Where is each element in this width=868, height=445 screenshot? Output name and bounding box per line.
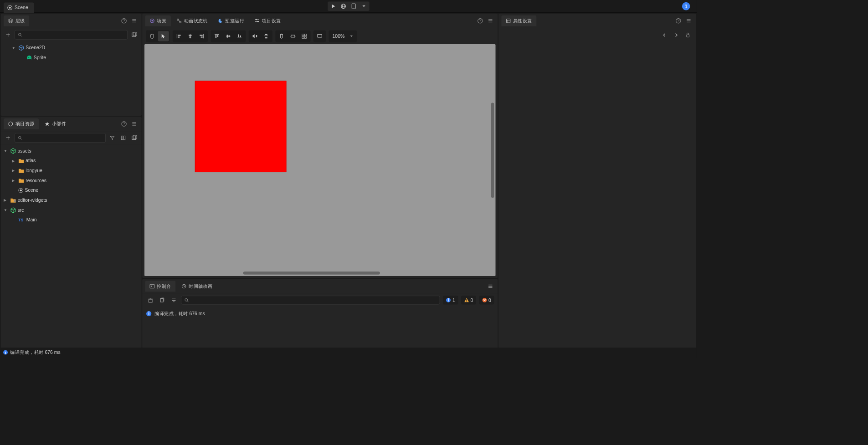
align-left[interactable] <box>173 31 184 41</box>
svg-rect-76 <box>302 34 304 36</box>
error-count[interactable]: 0 <box>479 296 494 304</box>
grid-tool[interactable] <box>299 31 310 41</box>
assets-tab-label: 项目资源 <box>15 121 35 127</box>
search-icon <box>18 32 22 37</box>
dropdown-button[interactable] <box>359 2 369 10</box>
align-top[interactable] <box>211 31 222 41</box>
nav-forward[interactable] <box>672 31 680 39</box>
search-icon <box>18 135 22 140</box>
menu-icon[interactable] <box>130 119 139 128</box>
lock-button[interactable] <box>683 31 692 39</box>
assets-search-input[interactable] <box>25 135 103 141</box>
log-line[interactable]: i 编译完成，耗时 676 ms <box>146 309 494 318</box>
scene-tab[interactable]: 场景 <box>145 15 171 26</box>
hierarchy-search[interactable] <box>15 30 128 40</box>
hierarchy-tab[interactable]: 层级 <box>4 15 29 26</box>
copy-button[interactable] <box>158 296 166 304</box>
help-icon[interactable]: ? <box>119 119 128 128</box>
zoom-control[interactable]: 100% <box>329 31 357 42</box>
svg-rect-30 <box>123 136 125 139</box>
cursor-tools <box>146 31 169 42</box>
widgets-tab[interactable]: 小部件 <box>40 118 71 129</box>
tree-item[interactable]: ▼assets <box>1 146 142 156</box>
fit-width[interactable] <box>288 31 298 41</box>
canvas[interactable] <box>144 44 495 276</box>
align-right[interactable] <box>196 31 207 41</box>
expand-arrow[interactable]: ▼ <box>4 149 9 153</box>
console-tab[interactable]: 控制台 <box>145 281 176 292</box>
tree-item[interactable]: ▼src <box>1 205 142 215</box>
anim-tab[interactable]: 动画状态机 <box>172 15 212 26</box>
help-icon[interactable]: ? <box>119 16 128 25</box>
display-tool[interactable] <box>314 31 325 41</box>
help-icon[interactable]: ? <box>476 16 484 25</box>
play-button[interactable] <box>328 2 338 10</box>
tree-item-label: Scene <box>25 188 39 193</box>
tree-item[interactable]: ▶resources <box>1 175 142 185</box>
collapse-button[interactable] <box>130 133 139 142</box>
menu-icon[interactable] <box>684 16 693 25</box>
svg-rect-60 <box>216 35 216 38</box>
expand-arrow[interactable]: ▼ <box>4 208 9 212</box>
tree-item[interactable]: Sprite <box>1 53 142 63</box>
svg-rect-64 <box>229 35 230 37</box>
menu-icon[interactable] <box>486 16 495 25</box>
stack-button[interactable] <box>169 296 178 304</box>
assets-search[interactable] <box>15 133 106 143</box>
expand-arrow[interactable]: ▶ <box>12 179 17 183</box>
expand-arrow[interactable]: ▼ <box>12 46 17 50</box>
menu-icon[interactable] <box>486 282 495 291</box>
align-center-h[interactable] <box>185 31 195 41</box>
tree-item[interactable]: TSMain <box>1 215 142 225</box>
add-button[interactable] <box>4 133 12 142</box>
timeline-tab[interactable]: 时间轴动画 <box>177 281 216 292</box>
warn-count-value: 0 <box>471 297 473 303</box>
sprite-object[interactable] <box>195 81 287 172</box>
tree-item[interactable]: ▶longyue <box>1 166 142 176</box>
status-text: 编译完成，耗时 676 ms <box>10 349 60 355</box>
select-tool[interactable] <box>158 31 169 41</box>
help-icon[interactable]: ? <box>674 16 683 25</box>
tree-item-label: Sprite <box>34 55 46 60</box>
align-middle[interactable] <box>223 31 234 41</box>
columns-button[interactable] <box>119 133 128 142</box>
warn-count[interactable]: !0 <box>461 296 476 304</box>
align-bottom[interactable] <box>234 31 245 41</box>
notification-badge[interactable]: 1 <box>682 2 690 10</box>
dist-v[interactable] <box>261 31 272 41</box>
settings-tab[interactable]: 项目设置 <box>250 15 285 26</box>
tree-item[interactable]: ▶atlas <box>1 156 142 166</box>
tree-item[interactable]: ▼ Scene2D <box>1 43 142 53</box>
expand-arrow[interactable]: ▶ <box>12 159 17 163</box>
svg-text:i: i <box>448 298 449 302</box>
menu-icon[interactable] <box>130 16 139 25</box>
dist-h[interactable] <box>249 31 260 41</box>
tree-item-label: atlas <box>26 158 36 164</box>
filter-button[interactable] <box>108 133 117 142</box>
globe-button[interactable] <box>339 2 348 10</box>
vertical-scrollbar[interactable] <box>491 103 494 198</box>
hierarchy-search-input[interactable] <box>25 32 124 37</box>
add-button[interactable] <box>4 31 12 39</box>
clear-button[interactable] <box>146 296 154 304</box>
svg-rect-71 <box>265 34 267 35</box>
fit-height[interactable] <box>276 31 287 41</box>
horizontal-scrollbar[interactable] <box>243 271 380 274</box>
console-search[interactable] <box>181 296 440 304</box>
device-button[interactable] <box>349 2 358 10</box>
warn-icon: ! <box>464 297 469 302</box>
tree-item[interactable]: Scene <box>1 185 142 195</box>
tree-item-label: assets <box>18 148 31 153</box>
assets-tab[interactable]: 项目资源 <box>4 118 39 129</box>
tree-item[interactable]: ▶editor-widgets <box>1 195 142 205</box>
expand-arrow[interactable]: ▶ <box>12 169 17 173</box>
hand-tool[interactable] <box>147 31 158 41</box>
svg-rect-74 <box>281 34 283 38</box>
info-count[interactable]: i1 <box>443 296 458 304</box>
properties-tab[interactable]: 属性设置 <box>501 15 536 26</box>
nav-back[interactable] <box>660 31 669 39</box>
title-tab[interactable]: Scene <box>4 2 34 12</box>
preview-tab[interactable]: 预览运行 <box>214 15 249 26</box>
collapse-button[interactable] <box>130 31 139 39</box>
expand-arrow[interactable]: ▶ <box>4 198 9 202</box>
